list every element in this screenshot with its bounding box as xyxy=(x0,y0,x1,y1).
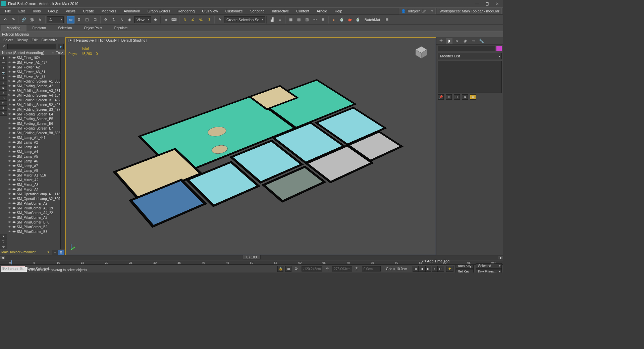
se-tab-select[interactable]: Select xyxy=(3,38,13,42)
menu-rendering[interactable]: Rendering xyxy=(174,8,199,14)
viewport[interactable]: [ + ] [ Perspective ] [ High Quality ] [… xyxy=(65,37,436,255)
menu-group[interactable]: Group xyxy=(44,8,62,14)
se-scrollbar[interactable] xyxy=(60,55,65,249)
menu-civil-view[interactable]: Civil View xyxy=(198,8,221,14)
list-item[interactable]: 👁SM_Lamp_A6 xyxy=(7,159,60,163)
visibility-icon[interactable]: 👁 xyxy=(7,84,11,88)
rotate-button[interactable]: ↻ xyxy=(110,16,117,23)
select-by-name-button[interactable]: ≣ xyxy=(75,16,83,23)
freeze-icon[interactable] xyxy=(12,221,16,223)
list-item[interactable]: 👁SM_Folding_Screen_B4 xyxy=(7,112,60,116)
curve-editor-button[interactable]: 〰 xyxy=(311,16,319,23)
freeze-icon[interactable] xyxy=(12,71,16,73)
freeze-icon[interactable] xyxy=(12,61,16,63)
angle-snap-button[interactable]: ∠ xyxy=(189,16,197,23)
menu-help[interactable]: Help xyxy=(331,8,346,14)
freeze-icon[interactable] xyxy=(12,90,16,92)
x-coord-input[interactable]: -120.248cm xyxy=(302,266,323,271)
filter-bones-icon[interactable]: ⦵ xyxy=(0,96,7,101)
menu-edit[interactable]: Edit xyxy=(15,8,29,14)
workspaces-dropdown[interactable]: Workspaces: Main Toolbar - modular xyxy=(437,8,502,14)
rendered-frame-button[interactable]: 🫖 xyxy=(346,16,354,23)
configure-modifier-button[interactable]: ≡ xyxy=(470,94,476,100)
snap-toggle-button[interactable]: 3 xyxy=(181,16,189,23)
list-item[interactable]: 👁SM_Folding_Screen_B2_498 xyxy=(7,102,60,107)
visibility-icon[interactable]: 👁 xyxy=(7,75,11,78)
filter-geometry-icon[interactable]: ◆ xyxy=(0,56,7,60)
time-tag-icon[interactable]: 🏷 xyxy=(422,259,426,263)
visibility-icon[interactable]: 👁 xyxy=(7,141,11,144)
schematic-view-button[interactable]: ⊞ xyxy=(319,16,327,23)
key-filter-selected-dropdown[interactable]: Selected xyxy=(476,263,502,269)
visibility-icon[interactable]: 👁 xyxy=(7,150,11,153)
list-item[interactable]: 👁SM_Lamp_A3 xyxy=(7,145,60,149)
set-key-button-large[interactable]: ✚ xyxy=(446,266,453,272)
scale-button[interactable]: ⤡ xyxy=(118,16,125,23)
minimize-button[interactable]: — xyxy=(472,1,482,7)
freeze-icon[interactable] xyxy=(12,108,16,110)
se-search-input[interactable] xyxy=(7,44,56,49)
list-item[interactable]: 👁SM_Floor_1024 xyxy=(7,55,60,60)
set-key-button[interactable]: Set Key xyxy=(455,269,474,273)
toggle-ribbon-button[interactable]: ▥ xyxy=(303,16,311,23)
next-frame-button[interactable]: ⏵ xyxy=(432,266,438,272)
filter-invert-icon[interactable]: ◐ xyxy=(0,244,7,249)
freeze-icon[interactable] xyxy=(12,66,16,68)
menu-views[interactable]: Views xyxy=(62,8,79,14)
list-item[interactable]: 👁SM_Mirror_A3 xyxy=(7,182,60,187)
freeze-icon[interactable] xyxy=(12,212,16,214)
modifier-list-dropdown[interactable]: Modifier List xyxy=(438,53,502,59)
viewcube[interactable] xyxy=(413,44,430,60)
visibility-icon[interactable]: 👁 xyxy=(7,65,11,69)
placement-button[interactable]: ◉ xyxy=(126,16,133,23)
se-filter-icon[interactable]: ▼ xyxy=(58,44,64,49)
visibility-icon[interactable]: 👁 xyxy=(7,220,11,224)
render-setup-button[interactable]: 🍵 xyxy=(338,16,345,23)
list-item[interactable]: 👁SM_PillarCorner_B_8 xyxy=(7,220,60,225)
named-selection-dropdown[interactable]: Create Selection Se xyxy=(224,16,265,23)
material-editor-button[interactable]: ● xyxy=(330,16,337,23)
ribbon-tab-populate[interactable]: Populate xyxy=(108,25,133,31)
freeze-icon[interactable] xyxy=(12,99,16,101)
visibility-icon[interactable]: 👁 xyxy=(7,131,11,135)
se-object-list[interactable]: 👁SM_Floor_1024👁SM_Flower_A1_437👁SM_Flowe… xyxy=(7,55,60,249)
menu-create[interactable]: Create xyxy=(79,8,98,14)
keyboard-shortcut-button[interactable]: ⌨ xyxy=(170,16,178,23)
visibility-icon[interactable]: 👁 xyxy=(7,188,11,191)
filter-frozen-icon[interactable]: ❄ xyxy=(0,106,7,111)
spinner-snap-button[interactable]: ⬍ xyxy=(205,16,213,23)
menu-customize[interactable]: Customize xyxy=(222,8,247,14)
cp-tab-modify[interactable]: ◗ xyxy=(446,38,452,44)
list-item[interactable]: 👁SM_Lamp_A5 xyxy=(7,154,60,159)
chevron-down-icon[interactable]: ▼ xyxy=(47,251,50,254)
freeze-icon[interactable] xyxy=(12,165,16,167)
z-coord-input[interactable]: 0.0cm xyxy=(362,266,381,271)
se-hierarchy-icon[interactable]: ⊞ xyxy=(58,250,64,255)
filter-cameras-icon[interactable]: 📷 xyxy=(0,71,7,76)
cp-tab-display[interactable]: ▭ xyxy=(470,38,477,44)
freeze-icon[interactable] xyxy=(12,193,16,195)
select-object-button[interactable]: ▭ xyxy=(67,16,74,23)
remove-modifier-button[interactable]: 🗑 xyxy=(462,94,468,100)
bind-space-warp-button[interactable]: ≋ xyxy=(36,16,44,23)
filter-helpers-icon[interactable]: ✦ xyxy=(0,76,7,81)
freeze-icon[interactable] xyxy=(12,118,16,120)
edit-named-sel-button[interactable]: ✎ xyxy=(216,16,223,23)
filter-hidden-icon[interactable]: 👁 xyxy=(0,111,7,116)
visibility-icon[interactable]: 👁 xyxy=(7,230,11,233)
show-end-result-button[interactable]: ıı xyxy=(446,94,452,100)
visibility-icon[interactable]: 👁 xyxy=(7,202,11,205)
unlink-button[interactable]: ⛓ xyxy=(28,16,36,23)
cp-tab-utilities[interactable]: 🔧 xyxy=(478,38,485,44)
menu-content[interactable]: Content xyxy=(292,8,313,14)
menu-animation[interactable]: Animation xyxy=(120,8,144,14)
close-button[interactable]: ✕ xyxy=(492,1,502,7)
menu-scripting[interactable]: Scripting xyxy=(247,8,268,14)
freeze-icon[interactable] xyxy=(12,231,16,233)
visibility-icon[interactable]: 👁 xyxy=(7,173,11,177)
modifier-stack[interactable] xyxy=(438,61,502,93)
filter-all-icon[interactable]: ▼ xyxy=(0,234,7,239)
list-item[interactable]: 👁SM_Folding_Screen_A4_184 xyxy=(7,93,60,98)
freeze-icon[interactable] xyxy=(12,226,16,228)
list-item[interactable]: 👁SM_OperationLamp_A2_309 xyxy=(7,196,60,201)
